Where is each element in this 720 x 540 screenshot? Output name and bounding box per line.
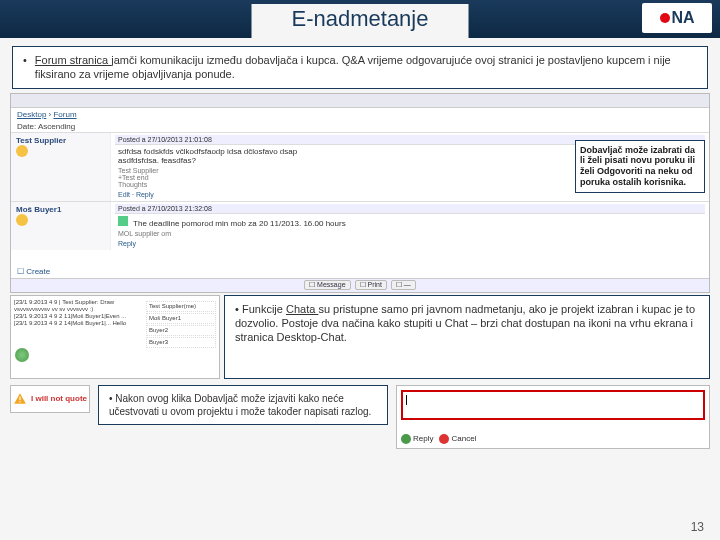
smiley-icon bbox=[16, 145, 28, 157]
forum-bottom-bar: ☐ Message ☐ Print ☐ — bbox=[11, 278, 709, 292]
bullet-icon: • bbox=[23, 53, 27, 82]
warning-icon bbox=[13, 392, 27, 406]
text-cursor-icon bbox=[406, 395, 407, 405]
post-author-col: Test Supplier bbox=[11, 133, 111, 201]
check-icon bbox=[401, 434, 411, 444]
print-button[interactable]: ☐ Print bbox=[355, 280, 387, 290]
create-button[interactable]: ☐ Create bbox=[17, 267, 50, 276]
smiley-icon bbox=[16, 214, 28, 226]
callout-forum: • Forum stranica jamči komunikaciju izme… bbox=[12, 46, 708, 89]
ina-logo: NA bbox=[642, 3, 712, 33]
post-author-col: Moš Buyer1 bbox=[11, 202, 111, 250]
list-item: Buyer3 bbox=[146, 337, 216, 348]
message-button[interactable]: ☐ Message bbox=[304, 280, 350, 290]
slide-header: E-nadmetanje NA bbox=[0, 0, 720, 38]
list-item: Moš Buyer1 bbox=[146, 313, 216, 324]
post-actions[interactable]: Reply bbox=[115, 239, 705, 248]
svg-rect-2 bbox=[19, 401, 20, 402]
list-item: Buyer2 bbox=[146, 325, 216, 336]
callout-reply-choice: Dobavljač može izabrati da li želi pisat… bbox=[575, 140, 705, 193]
reply-textarea[interactable] bbox=[401, 390, 705, 420]
callout-quote: • Nakon ovog klika Dobavljač može izjavi… bbox=[98, 385, 388, 425]
chat-bubble-icon[interactable] bbox=[15, 348, 29, 362]
app-toolbar bbox=[11, 94, 709, 108]
slide-title: E-nadmetanje bbox=[252, 4, 469, 38]
cancel-icon bbox=[439, 434, 449, 444]
logo-text: NA bbox=[671, 9, 694, 27]
svg-rect-1 bbox=[19, 396, 20, 400]
chat-screenshot: [23/1 9:2013 4 9 | Test Supplier: Draw v… bbox=[10, 295, 220, 379]
reply-input-screenshot: Reply Cancel bbox=[396, 385, 710, 449]
logo-dot-icon bbox=[660, 13, 670, 23]
attachment-icon bbox=[118, 216, 128, 226]
callout-chat: • Funkcije Chata su pristupne samo pri j… bbox=[224, 295, 710, 379]
post-timestamp: Posted a 27/10/2013 21:32:08 bbox=[115, 204, 705, 214]
callout-forum-text: Forum stranica jamči komunikaciju između… bbox=[35, 53, 697, 82]
reply-button[interactable]: Reply bbox=[401, 434, 433, 444]
will-not-quote-button[interactable]: I will not quote bbox=[10, 385, 90, 413]
list-item: Test Supplier(me) bbox=[146, 301, 216, 312]
post-body: The deadline pomorod min mob za 20 11/20… bbox=[115, 214, 705, 239]
sort-label: Date: Ascending bbox=[11, 121, 709, 132]
chat-user-list: Test Supplier(me) Moš Buyer1 Buyer2 Buye… bbox=[146, 301, 216, 350]
forum-post: Moš Buyer1 Posted a 27/10/2013 21:32:08 … bbox=[11, 201, 709, 250]
forum-screenshot: Desktop › Forum Date: Ascending Test Sup… bbox=[10, 93, 710, 293]
breadcrumb: Desktop › Forum bbox=[11, 108, 709, 121]
cancel-button[interactable]: Cancel bbox=[439, 434, 476, 444]
misc-button[interactable]: ☐ — bbox=[391, 280, 416, 290]
page-number: 13 bbox=[691, 520, 704, 534]
